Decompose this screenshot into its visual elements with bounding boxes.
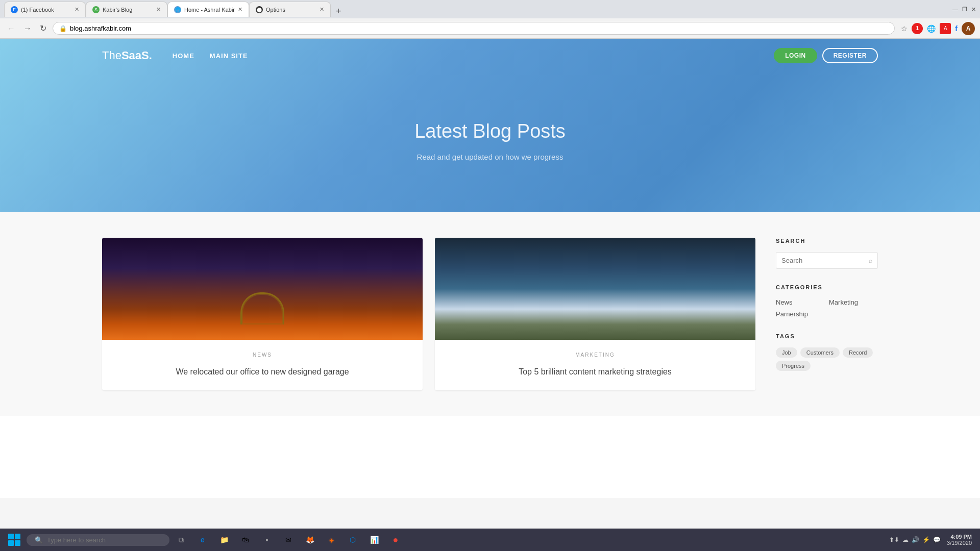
new-tab-button[interactable]: +	[333, 6, 345, 17]
extension-badge[interactable]: 1	[912, 23, 923, 34]
browser-title-bar: F (1) Facebook ✕ S Kabir's Blog ✕ 🌐 Home…	[0, 0, 980, 18]
extension-pdf[interactable]: A	[940, 23, 951, 34]
tags-container: Job Customers Record Progress	[776, 347, 878, 371]
categories-heading: CATEGORIES	[776, 284, 878, 290]
website-content: TheSaaS. HOME MAIN SITE LOGIN REGISTER L…	[0, 39, 980, 498]
post-body-2: MARKETING Top 5 brilliant content market…	[435, 340, 755, 390]
toolbar-icons: ☆ 1 🌐 A f A	[899, 22, 975, 35]
logo-prefix: The	[102, 49, 121, 62]
sidebar-tags-section: TAGS Job Customers Record Progress	[776, 333, 878, 371]
sidebar: SEARCH ⌕ CATEGORIES News Marketing Parne…	[776, 238, 878, 390]
post-image-1	[102, 238, 423, 340]
url-input[interactable]	[70, 24, 888, 32]
category-news[interactable]: News	[776, 298, 825, 306]
main-content: NEWS We relocated our office to new desi…	[0, 212, 980, 416]
hero-subtitle: Read and get updated on how we progress	[417, 153, 564, 161]
category-parnership[interactable]: Parnership	[776, 310, 825, 318]
lock-icon: 🔒	[59, 25, 67, 32]
forward-button[interactable]: →	[21, 22, 34, 35]
post-img-boat	[102, 238, 423, 340]
post-img-mountain	[435, 238, 755, 340]
browser-tabs: F (1) Facebook ✕ S Kabir's Blog ✕ 🌐 Home…	[4, 2, 948, 17]
extension-fb[interactable]: f	[953, 22, 960, 35]
login-button[interactable]: LOGIN	[774, 48, 817, 63]
post-card-2[interactable]: MARKETING Top 5 brilliant content market…	[435, 238, 755, 390]
hero-section: TheSaaS. HOME MAIN SITE LOGIN REGISTER L…	[0, 39, 980, 212]
hero-title: Latest Blog Posts	[414, 120, 566, 142]
tab-home-ashraf[interactable]: 🌐 Home - Ashraf Kabir ✕	[167, 2, 249, 17]
site-nav: TheSaaS. HOME MAIN SITE LOGIN REGISTER	[0, 39, 980, 72]
tab-options[interactable]: ⬤ Options ✕	[249, 2, 331, 17]
post-category-2: MARKETING	[445, 352, 745, 358]
tab-icon-options: ⬤	[256, 6, 263, 13]
profile-avatar[interactable]: A	[962, 22, 975, 35]
post-body-1: NEWS We relocated our office to new desi…	[102, 340, 423, 390]
nav-main-site[interactable]: MAIN SITE	[210, 52, 248, 60]
tab-icon-facebook: F	[11, 6, 18, 13]
tag-progress[interactable]: Progress	[776, 361, 811, 371]
search-heading: SEARCH	[776, 238, 878, 244]
post-card-1[interactable]: NEWS We relocated our office to new desi…	[102, 238, 423, 390]
tab-icon-kabir: S	[92, 6, 100, 13]
restore-button[interactable]: ❐	[962, 6, 967, 13]
post-image-2	[435, 238, 755, 340]
bookmark-button[interactable]: ☆	[899, 22, 910, 35]
tab-close-options[interactable]: ✕	[320, 6, 324, 13]
tab-label-facebook: (1) Facebook	[21, 7, 54, 13]
site-logo: TheSaaS.	[102, 49, 152, 62]
tag-record[interactable]: Record	[843, 347, 873, 358]
tab-icon-home: 🌐	[174, 6, 181, 13]
tab-close-facebook[interactable]: ✕	[75, 6, 79, 13]
category-marketing[interactable]: Marketing	[829, 298, 878, 306]
minimize-button[interactable]: —	[952, 6, 958, 13]
search-submit-button[interactable]: ⌕	[869, 257, 872, 264]
posts-grid: NEWS We relocated our office to new desi…	[102, 238, 755, 390]
register-button[interactable]: REGISTER	[822, 48, 878, 63]
sidebar-search-section: SEARCH ⌕	[776, 238, 878, 269]
tag-job[interactable]: Job	[776, 347, 797, 358]
tab-kabir-blog[interactable]: S Kabir's Blog ✕	[86, 2, 167, 17]
window-controls: — ❐ ✕	[952, 6, 976, 13]
nav-home[interactable]: HOME	[173, 52, 194, 60]
tab-close-kabir[interactable]: ✕	[156, 6, 161, 13]
back-button[interactable]: ←	[5, 22, 17, 35]
tab-facebook[interactable]: F (1) Facebook ✕	[4, 2, 86, 17]
nav-links: HOME MAIN SITE	[173, 52, 774, 60]
categories-grid: News Marketing Parnership	[776, 298, 878, 318]
tab-label-options: Options	[266, 7, 285, 13]
reload-button[interactable]: ↻	[38, 21, 48, 35]
address-bar[interactable]: 🔒	[53, 22, 895, 35]
post-category-1: NEWS	[112, 352, 412, 358]
logo-suffix: SaaS.	[121, 49, 152, 62]
search-box[interactable]: ⌕	[776, 252, 878, 269]
search-input[interactable]	[781, 257, 869, 264]
tab-close-home[interactable]: ✕	[238, 6, 242, 13]
close-button[interactable]: ✕	[971, 6, 976, 13]
post-title-2: Top 5 brilliant content marketing strate…	[445, 366, 745, 378]
sidebar-categories-section: CATEGORIES News Marketing Parnership	[776, 284, 878, 318]
tab-label-kabir: Kabir's Blog	[103, 7, 132, 13]
post-title-1: We relocated our office to new designed …	[112, 366, 412, 378]
nav-actions: LOGIN REGISTER	[774, 48, 878, 63]
tag-customers[interactable]: Customers	[800, 347, 840, 358]
tags-heading: TAGS	[776, 333, 878, 339]
browser-toolbar: ← → ↻ 🔒 ☆ 1 🌐 A f A	[0, 18, 980, 39]
tab-label-home: Home - Ashraf Kabir	[184, 7, 235, 13]
browser-window: F (1) Facebook ✕ S Kabir's Blog ✕ 🌐 Home…	[0, 0, 980, 498]
extension-globe[interactable]: 🌐	[925, 22, 938, 35]
